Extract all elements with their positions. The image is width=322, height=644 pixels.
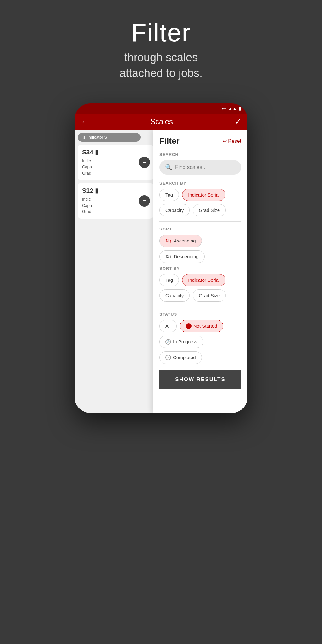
sort-by-chips: Tag Indicator Serial Capacity Grad Size xyxy=(159,274,241,302)
in-progress-icon: 🕐 xyxy=(165,339,171,345)
completed-icon: ✓ xyxy=(165,355,171,360)
status-completed-label: Completed xyxy=(173,355,196,360)
phone-frame: ▾▾ ▲▲ ▮ ← Scales ✓ ⇅ Indicator S S34 ▮ − xyxy=(75,103,247,413)
bg-list: ⇅ Indicator S S34 ▮ − IndicCapaGrad S12 … xyxy=(75,130,156,225)
sort-by-indicator-serial[interactable]: Indicator Serial xyxy=(182,274,225,286)
status-in-progress-label: In Progress xyxy=(173,339,197,344)
wifi-icon: ▾▾ xyxy=(222,106,226,111)
search-input[interactable] xyxy=(175,164,236,170)
sort-by-grad-size[interactable]: Grad Size xyxy=(193,289,226,302)
status-chips-row-2: 🕐 In Progress ✓ Completed xyxy=(159,336,241,364)
status-section-label: STATUS xyxy=(159,312,241,317)
status-bar: ▾▾ ▲▲ ▮ xyxy=(75,103,247,114)
status-not-started-label: Not Started xyxy=(193,323,217,329)
show-results-button[interactable]: SHOW RESULTS xyxy=(159,370,241,389)
status-completed[interactable]: ✓ Completed xyxy=(159,351,202,364)
divider-1 xyxy=(159,221,241,222)
sort-by-capacity[interactable]: Capacity xyxy=(159,289,190,302)
sort-desc-icon: ⇅↓ xyxy=(165,254,172,259)
reset-button[interactable]: ↩ Reset xyxy=(223,138,241,144)
sort-descending[interactable]: ⇅↓ Descending xyxy=(159,250,205,263)
sort-chips: ⇅↑ Ascending ⇅↓ Descending xyxy=(159,235,241,263)
search-by-grad-size[interactable]: Grad Size xyxy=(193,204,226,216)
sort-ascending-label: Ascending xyxy=(174,238,196,243)
status-icons: ▾▾ ▲▲ ▮ xyxy=(222,106,241,111)
filter-header: Filter ↩ Reset xyxy=(159,136,241,146)
app-bar: ← Scales ✓ xyxy=(75,114,247,130)
search-by-tag[interactable]: Tag xyxy=(159,189,179,201)
status-not-started[interactable]: − Not Started xyxy=(180,320,223,332)
status-chips-row-1: All − Not Started xyxy=(159,320,241,332)
sort-asc-icon: ⇅↑ xyxy=(165,238,172,244)
bg-card-s34-title: S34 ▮ xyxy=(82,148,149,156)
sort-section-label: SORT xyxy=(159,227,241,231)
signal-icon: ▲▲ xyxy=(228,106,237,111)
app-bar-title: Scales xyxy=(150,117,173,126)
sort-descending-label: Descending xyxy=(174,254,199,259)
search-icon: 🔍 xyxy=(165,164,172,171)
hero-section: Filter through scalesattached to jobs. xyxy=(107,0,215,94)
sort-indicator-bar: ⇅ Indicator S xyxy=(78,133,141,142)
bg-card-s34: S34 ▮ − IndicCapaGrad xyxy=(78,145,153,180)
search-section-label: SEARCH xyxy=(159,152,241,157)
status-in-progress[interactable]: 🕐 In Progress xyxy=(159,336,203,348)
status-all[interactable]: All xyxy=(159,320,177,332)
search-by-indicator-serial[interactable]: Indicator Serial xyxy=(182,189,225,201)
back-button[interactable]: ← xyxy=(81,117,88,126)
battery-icon: ▮ xyxy=(239,106,241,111)
search-by-chips: Tag Indicator Serial Capacity Grad Size xyxy=(159,189,241,216)
sort-ascending[interactable]: ⇅↑ Ascending xyxy=(159,235,202,247)
sort-by-section-label: SORT BY xyxy=(159,266,241,271)
search-box: 🔍 xyxy=(159,160,241,175)
bg-card-s12: S12 ▮ − IndicCapaGrad xyxy=(78,183,153,219)
bg-card-s34-minus[interactable]: − xyxy=(139,157,150,168)
phone-content: ⇅ Indicator S S34 ▮ − IndicCapaGrad S12 … xyxy=(75,130,247,413)
divider-2 xyxy=(159,307,241,307)
bg-card-s12-minus[interactable]: − xyxy=(139,195,150,207)
bg-card-s12-title: S12 ▮ xyxy=(82,187,149,194)
sort-icon: ⇅ xyxy=(82,135,86,140)
hero-subtitle: through scalesattached to jobs. xyxy=(119,50,203,81)
filter-panel-title: Filter xyxy=(159,136,180,146)
sort-label: Indicator S xyxy=(87,135,107,140)
hero-title: Filter xyxy=(119,19,203,47)
search-by-section-label: SEARCH BY xyxy=(159,181,241,186)
not-started-icon: − xyxy=(186,323,192,329)
filter-panel: Filter ↩ Reset SEARCH 🔍 SEARCH BY Tag In… xyxy=(153,130,247,413)
sort-by-tag[interactable]: Tag xyxy=(159,274,179,286)
search-by-capacity[interactable]: Capacity xyxy=(159,204,190,216)
phone-wrapper: ▾▾ ▲▲ ▮ ← Scales ✓ ⇅ Indicator S S34 ▮ − xyxy=(75,103,247,575)
confirm-button[interactable]: ✓ xyxy=(235,117,241,126)
